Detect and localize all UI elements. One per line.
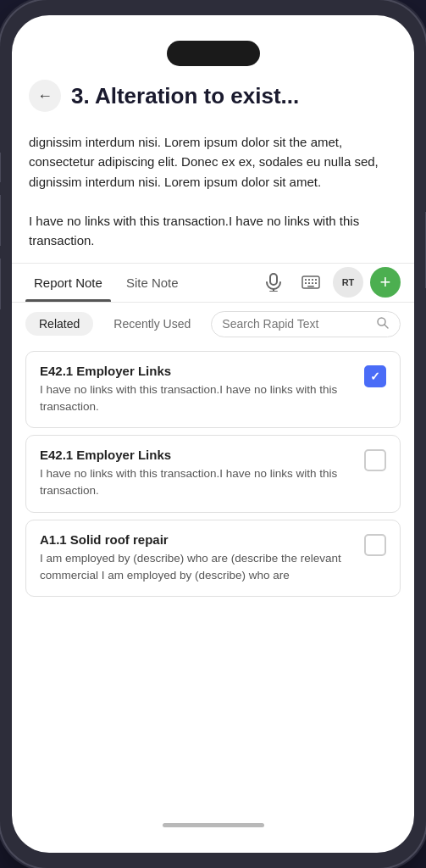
tab-bar: Report Note Site Note — [12, 263, 414, 303]
list-item: E42.1 Employer Links I have no links wit… — [25, 351, 401, 429]
svg-rect-8 — [305, 282, 307, 284]
card-checkbox[interactable] — [364, 365, 386, 387]
phone-frame: ← 3. Alteration to exist... dignissim in… — [0, 0, 426, 868]
screen-content: ← 3. Alteration to exist... dignissim in… — [12, 66, 414, 853]
svg-rect-9 — [308, 282, 310, 284]
card-body: E42.1 Employer Links I have no links wit… — [40, 364, 354, 416]
filter-related[interactable]: Related — [25, 312, 93, 336]
volume-down-button — [0, 259, 1, 309]
silent-switch — [0, 153, 1, 182]
card-body: A1.1 Solid roof repair I am employed by … — [40, 532, 354, 585]
search-box[interactable] — [211, 311, 401, 337]
card-text: I am employed by (describe) who are (des… — [40, 550, 354, 585]
rt-badge-button[interactable]: RT — [333, 267, 363, 298]
tab-report-note[interactable]: Report Note — [25, 264, 111, 302]
dynamic-island — [167, 41, 260, 66]
search-input[interactable] — [222, 317, 371, 331]
filter-recently-used[interactable]: Recently Used — [100, 312, 204, 336]
svg-rect-4 — [305, 279, 307, 281]
svg-rect-6 — [312, 279, 313, 281]
card-title: A1.1 Solid roof repair — [40, 532, 354, 547]
text-paragraph-1: dignissim interdum nisi. Lorem ipsum dol… — [29, 132, 397, 192]
content-area: dignissim interdum nisi. Lorem ipsum dol… — [12, 120, 414, 853]
card-title: E42.1 Employer Links — [40, 364, 354, 378]
card-body: E42.1 Employer Links I have no links wit… — [40, 448, 354, 500]
back-button[interactable]: ← — [29, 80, 61, 112]
card-text: I have no links with this transaction.I … — [40, 381, 354, 416]
phone-screen: ← 3. Alteration to exist... dignissim in… — [12, 15, 414, 853]
search-icon — [376, 316, 390, 332]
header: ← 3. Alteration to exist... — [12, 66, 414, 120]
back-arrow-icon: ← — [37, 88, 53, 103]
tab-site-note[interactable]: Site Note — [118, 264, 187, 302]
add-button[interactable]: + — [370, 267, 401, 298]
card-text: I have no links with this transaction.I … — [40, 465, 354, 500]
card-title: E42.1 Employer Links — [40, 448, 354, 462]
mic-button[interactable] — [258, 267, 289, 298]
svg-rect-10 — [312, 282, 313, 284]
card-checkbox[interactable] — [364, 449, 386, 471]
text-paragraph-2: I have no links with this transaction.I … — [29, 211, 397, 251]
main-text-area: dignissim interdum nisi. Lorem ipsum dol… — [12, 120, 414, 263]
mic-icon — [265, 273, 282, 292]
svg-rect-12 — [307, 286, 314, 287]
list-item: E42.1 Employer Links I have no links wit… — [25, 435, 401, 513]
card-checkbox[interactable] — [364, 534, 386, 556]
filter-row: Related Recently Used — [12, 303, 414, 346]
cards-list: E42.1 Employer Links I have no links wit… — [12, 346, 414, 854]
svg-rect-7 — [315, 279, 317, 281]
volume-up-button — [0, 195, 1, 246]
svg-line-14 — [385, 325, 388, 328]
svg-rect-0 — [270, 274, 277, 285]
home-indicator — [163, 823, 264, 827]
keyboard-button[interactable] — [296, 267, 326, 298]
keyboard-icon — [302, 275, 320, 289]
svg-rect-5 — [308, 279, 310, 281]
list-item: A1.1 Solid roof repair I am employed by … — [25, 520, 401, 598]
svg-rect-11 — [315, 282, 317, 284]
page-title: 3. Alteration to exist... — [71, 83, 299, 109]
